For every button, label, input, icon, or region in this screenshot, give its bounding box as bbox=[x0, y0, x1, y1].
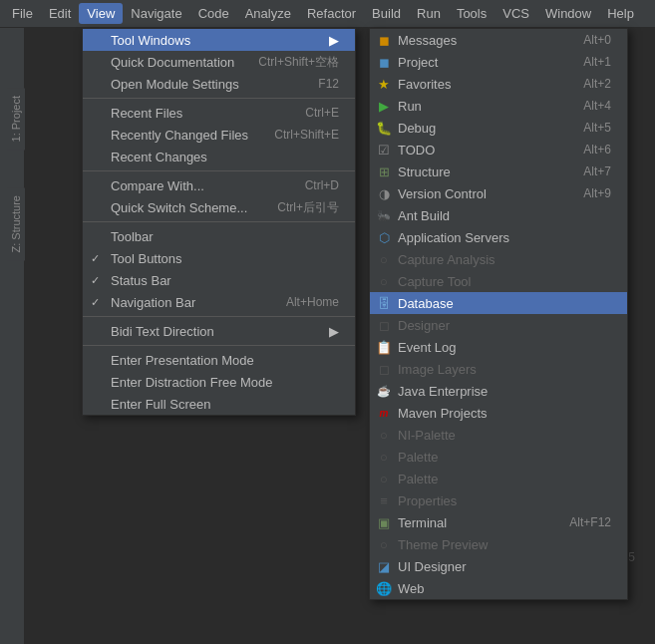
tw-palette1[interactable]: ○ Palette bbox=[370, 446, 627, 468]
quick-doc-shortcut: Ctrl+Shift+空格 bbox=[258, 54, 339, 71]
database-label: Database bbox=[398, 296, 454, 311]
separator-3 bbox=[83, 221, 355, 222]
tw-todo[interactable]: ☑ TODO Alt+6 bbox=[370, 139, 627, 161]
debug-shortcut: Alt+5 bbox=[583, 121, 611, 135]
menu-item-distraction-free[interactable]: Enter Distraction Free Mode bbox=[83, 371, 355, 393]
tw-ni-palette[interactable]: ○ NI-Palette bbox=[370, 424, 627, 446]
maven-label: Maven Projects bbox=[398, 406, 488, 421]
debug-icon: 🐛 bbox=[376, 120, 392, 136]
quick-switch-label: Quick Switch Scheme... bbox=[111, 200, 247, 215]
module-settings-shortcut: F12 bbox=[318, 77, 339, 91]
tw-messages[interactable]: ◼ Messages Alt+0 bbox=[370, 29, 627, 51]
menu-navigate[interactable]: Navigate bbox=[123, 3, 189, 24]
menubar: File Edit View Navigate Code Analyze Ref… bbox=[0, 0, 655, 28]
tw-event-log[interactable]: 📋 Event Log bbox=[370, 336, 627, 358]
appserv-icon: ⬡ bbox=[376, 229, 392, 245]
menu-analyze[interactable]: Analyze bbox=[237, 3, 299, 24]
menu-item-status-bar[interactable]: ✓ Status Bar bbox=[83, 269, 355, 291]
eventlog-icon: 📋 bbox=[376, 339, 392, 355]
tw-properties[interactable]: ≡ Properties bbox=[370, 489, 627, 511]
todo-label: TODO bbox=[398, 143, 435, 158]
tw-project[interactable]: ◼ Project Alt+1 bbox=[370, 51, 627, 73]
project-label: Project bbox=[398, 55, 438, 70]
tw-debug[interactable]: 🐛 Debug Alt+5 bbox=[370, 117, 627, 139]
tw-favorites[interactable]: ★ Favorites Alt+2 bbox=[370, 73, 627, 95]
menu-view[interactable]: View bbox=[79, 3, 123, 24]
menu-build[interactable]: Build bbox=[364, 3, 409, 24]
debug-label: Debug bbox=[398, 121, 436, 136]
menu-item-quick-doc[interactable]: Quick Documentation Ctrl+Shift+空格 bbox=[83, 51, 355, 73]
menu-tools[interactable]: Tools bbox=[449, 3, 494, 24]
menu-item-module-settings[interactable]: Open Module Settings F12 bbox=[83, 73, 355, 95]
tw-palette2[interactable]: ○ Palette bbox=[370, 468, 627, 489]
todo-shortcut: Alt+6 bbox=[583, 143, 611, 157]
tw-ant-build[interactable]: 🐜 Ant Build bbox=[370, 204, 627, 226]
menu-item-presentation[interactable]: Enter Presentation Mode bbox=[83, 349, 355, 371]
menu-item-nav-bar[interactable]: ✓ Navigation Bar Alt+Home bbox=[83, 291, 355, 313]
tw-java-enterprise[interactable]: ☕ Java Enterprise bbox=[370, 380, 627, 402]
capturetool-icon: ○ bbox=[376, 273, 392, 289]
tw-theme-preview[interactable]: ○ Theme Preview bbox=[370, 533, 627, 555]
menu-item-recently-changed[interactable]: Recently Changed Files Ctrl+Shift+E bbox=[83, 124, 355, 146]
project-icon: ◼ bbox=[376, 54, 392, 70]
menu-refactor[interactable]: Refactor bbox=[299, 3, 364, 24]
tw-image-layers[interactable]: ◻ Image Layers bbox=[370, 358, 627, 380]
tw-terminal[interactable]: ▣ Terminal Alt+F12 bbox=[370, 511, 627, 533]
menu-item-bidi[interactable]: Bidi Text Direction ▶ bbox=[83, 320, 355, 342]
run-shortcut: Alt+4 bbox=[583, 99, 611, 113]
uidesign-icon: ◪ bbox=[376, 558, 392, 574]
nav-bar-label: Navigation Bar bbox=[111, 295, 195, 310]
ni-palette-label: NI-Palette bbox=[398, 428, 456, 443]
menu-item-recent-files[interactable]: Recent Files Ctrl+E bbox=[83, 102, 355, 124]
favorites-icon: ★ bbox=[376, 76, 392, 92]
nav-bar-check: ✓ bbox=[91, 296, 100, 309]
tw-version-control[interactable]: ◑ Version Control Alt+9 bbox=[370, 182, 627, 204]
tw-designer[interactable]: ◻ Designer bbox=[370, 314, 627, 336]
quick-doc-label: Quick Documentation bbox=[111, 55, 234, 70]
menu-item-tool-windows[interactable]: Tool Windows ▶ bbox=[83, 29, 355, 51]
quick-switch-shortcut: Ctrl+后引号 bbox=[277, 199, 339, 216]
menu-vcs[interactable]: VCS bbox=[494, 3, 537, 24]
menu-run[interactable]: Run bbox=[409, 3, 449, 24]
terminal-shortcut: Alt+F12 bbox=[569, 515, 611, 529]
separator-2 bbox=[83, 170, 355, 171]
tw-web[interactable]: 🌐 Web bbox=[370, 577, 627, 599]
tw-structure[interactable]: ⊞ Structure Alt+7 bbox=[370, 161, 627, 182]
toolbar-label: Toolbar bbox=[111, 229, 154, 244]
menu-window[interactable]: Window bbox=[537, 3, 599, 24]
menu-edit[interactable]: Edit bbox=[41, 3, 79, 24]
tw-database[interactable]: 🗄 Database bbox=[370, 292, 627, 314]
tw-run[interactable]: ▶ Run Alt+4 bbox=[370, 95, 627, 117]
menu-help[interactable]: Help bbox=[599, 3, 642, 24]
theme-preview-label: Theme Preview bbox=[398, 537, 488, 552]
menu-code[interactable]: Code bbox=[190, 3, 237, 24]
nav-bar-shortcut: Alt+Home bbox=[286, 295, 339, 309]
menu-item-full-screen[interactable]: Enter Full Screen bbox=[83, 393, 355, 415]
menu-item-tool-buttons[interactable]: ✓ Tool Buttons bbox=[83, 247, 355, 269]
structure-label: Structure bbox=[398, 164, 451, 179]
menu-item-toolbar[interactable]: Toolbar bbox=[83, 225, 355, 247]
db-icon: 🗄 bbox=[376, 295, 392, 311]
project-shortcut: Alt+1 bbox=[583, 55, 611, 69]
menu-item-quick-switch[interactable]: Quick Switch Scheme... Ctrl+后引号 bbox=[83, 196, 355, 218]
favorites-shortcut: Alt+2 bbox=[583, 77, 611, 91]
module-settings-label: Open Module Settings bbox=[111, 77, 239, 92]
capture-icon: ○ bbox=[376, 251, 392, 267]
sidebar-project[interactable]: 1: Project bbox=[7, 88, 25, 150]
tw-capture-analysis[interactable]: ○ Capture Analysis bbox=[370, 248, 627, 270]
tw-capture-tool[interactable]: ○ Capture Tool bbox=[370, 270, 627, 292]
tw-ui-designer[interactable]: ◪ UI Designer bbox=[370, 555, 627, 577]
app-background: 1: Project Z: Structure Tool Windows ▶ Q… bbox=[0, 28, 655, 644]
vc-label: Version Control bbox=[398, 186, 487, 201]
app-servers-label: Application Servers bbox=[398, 230, 509, 245]
tw-maven[interactable]: m Maven Projects bbox=[370, 402, 627, 424]
tool-windows-submenu: ◼ Messages Alt+0 ◼ Project Alt+1 ★ Favor… bbox=[369, 28, 628, 600]
menu-item-recent-changes[interactable]: Recent Changes bbox=[83, 146, 355, 167]
terminal-label: Terminal bbox=[398, 515, 447, 530]
imglay-icon: ◻ bbox=[376, 361, 392, 377]
sidebar-structure[interactable]: Z: Structure bbox=[7, 187, 25, 260]
tw-app-servers[interactable]: ⬡ Application Servers bbox=[370, 226, 627, 248]
menu-item-compare-with[interactable]: Compare With... Ctrl+D bbox=[83, 174, 355, 196]
java-enterprise-label: Java Enterprise bbox=[398, 384, 488, 399]
menu-file[interactable]: File bbox=[4, 3, 41, 24]
